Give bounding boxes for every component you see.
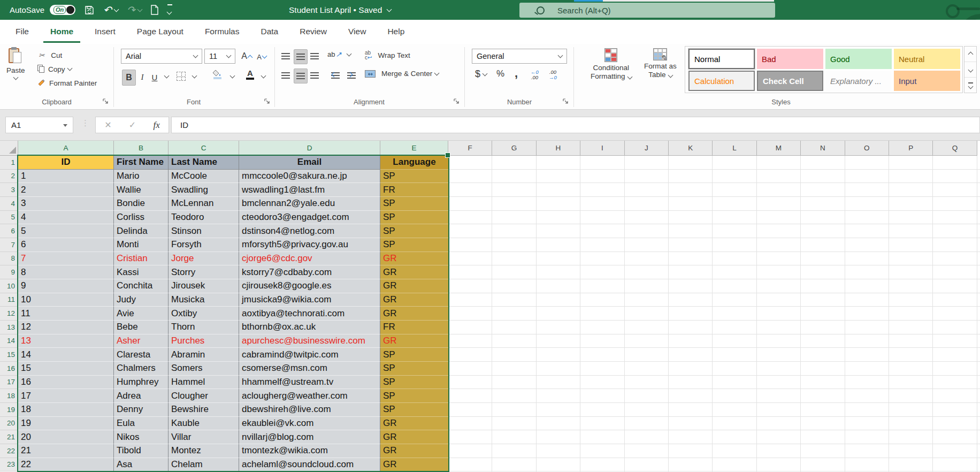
cell-E13[interactable]: FR bbox=[380, 321, 448, 334]
cell-B2[interactable]: Mario bbox=[114, 170, 169, 184]
number-format-combo[interactable]: General bbox=[472, 49, 567, 64]
cell-C10[interactable]: Jirousek bbox=[169, 279, 239, 293]
row-header-6[interactable]: 6 bbox=[0, 224, 18, 238]
fill-color-button[interactable] bbox=[213, 70, 221, 79]
row-header-14[interactable]: 14 bbox=[0, 334, 18, 348]
number-dialog-launcher[interactable] bbox=[563, 98, 570, 105]
font-family-dropdown-icon[interactable] bbox=[193, 53, 198, 58]
cell-B18[interactable]: Adrea bbox=[114, 389, 169, 403]
cell-C16[interactable]: Somers bbox=[169, 362, 239, 376]
cell-C15[interactable]: Abramin bbox=[169, 348, 239, 362]
cell-B3[interactable]: Wallie bbox=[114, 183, 169, 197]
tab-formulas[interactable]: Formulas bbox=[198, 21, 247, 43]
tab-view[interactable]: View bbox=[341, 21, 373, 43]
cell-D11[interactable]: jmusicka9@wikia.com bbox=[239, 293, 380, 307]
cell-B10[interactable]: Conchita bbox=[114, 279, 169, 293]
row-header-9[interactable]: 9 bbox=[0, 265, 18, 279]
column-header-K[interactable]: K bbox=[669, 141, 713, 156]
borders-dropdown-icon[interactable] bbox=[192, 73, 197, 79]
font-color-button[interactable]: A bbox=[246, 70, 254, 80]
tab-file[interactable]: File bbox=[9, 21, 36, 43]
tab-review[interactable]: Review bbox=[293, 21, 334, 43]
name-box[interactable]: A1 bbox=[5, 117, 73, 133]
cell-C9[interactable]: Storry bbox=[169, 265, 239, 279]
cell-D10[interactable]: cjirousek8@google.es bbox=[239, 279, 380, 293]
cell-E23[interactable]: GR bbox=[380, 458, 448, 472]
cell-C3[interactable]: Swadling bbox=[169, 183, 239, 197]
row-header-1[interactable]: 1 bbox=[0, 156, 18, 170]
cell-A7[interactable]: 6 bbox=[18, 238, 114, 252]
cell-D17[interactable]: hhammelf@ustream.tv bbox=[239, 376, 380, 390]
fill-color-dropdown-icon[interactable] bbox=[230, 73, 235, 79]
undo-button[interactable]: ↶ bbox=[103, 5, 118, 15]
cell-C20[interactable]: Kauble bbox=[169, 417, 239, 431]
paste-button[interactable]: Paste bbox=[6, 47, 25, 79]
paste-dropdown-icon[interactable] bbox=[13, 75, 18, 80]
cell-B20[interactable]: Eula bbox=[114, 417, 169, 431]
row-header-23[interactable]: 23 bbox=[0, 458, 18, 472]
decrease-decimal-button[interactable]: .00→0 bbox=[549, 70, 557, 80]
cell-E15[interactable]: SP bbox=[380, 348, 448, 362]
cell-A9[interactable]: 8 bbox=[18, 265, 114, 279]
column-header-F[interactable]: F bbox=[448, 141, 492, 156]
currency-button[interactable]: $ bbox=[475, 68, 487, 80]
new-document-button[interactable] bbox=[150, 5, 159, 15]
cell-B13[interactable]: Bebe bbox=[114, 321, 169, 334]
redo-dropdown-icon[interactable] bbox=[137, 6, 142, 12]
column-header-M[interactable]: M bbox=[757, 141, 801, 156]
cell-A10[interactable]: 9 bbox=[18, 279, 114, 293]
cell-A17[interactable]: 16 bbox=[18, 376, 114, 390]
row-header-17[interactable]: 17 bbox=[0, 376, 18, 390]
cell-A20[interactable]: 19 bbox=[18, 417, 114, 431]
cell-C5[interactable]: Teodoro bbox=[169, 211, 239, 225]
row-header-22[interactable]: 22 bbox=[0, 444, 18, 458]
number-format-dropdown-icon[interactable] bbox=[558, 53, 563, 58]
cell-D8[interactable]: cjorge6@cdc.gov bbox=[239, 252, 380, 266]
cell-D12[interactable]: aoxtibya@technorati.com bbox=[239, 307, 380, 321]
cell-A6[interactable]: 5 bbox=[18, 224, 114, 238]
cell-A21[interactable]: 20 bbox=[18, 430, 114, 444]
style-check-cell[interactable]: Check Cell bbox=[757, 71, 823, 91]
cell-A14[interactable]: 13 bbox=[18, 334, 114, 348]
borders-button[interactable] bbox=[177, 72, 186, 81]
cell-D13[interactable]: bthornb@ox.ac.uk bbox=[239, 321, 380, 334]
cell-C8[interactable]: Jorge bbox=[169, 252, 239, 266]
cell-B15[interactable]: Claresta bbox=[114, 348, 169, 362]
row-header-5[interactable]: 5 bbox=[0, 211, 18, 225]
cell-E10[interactable]: GR bbox=[380, 279, 448, 293]
align-bottom-button[interactable] bbox=[308, 49, 321, 63]
cell-D19[interactable]: dbewshireh@live.com bbox=[239, 403, 380, 417]
row-header-7[interactable]: 7 bbox=[0, 238, 18, 252]
customize-qat-button[interactable] bbox=[167, 4, 172, 16]
style-calculation[interactable]: Calculation bbox=[688, 71, 755, 91]
row-header-10[interactable]: 10 bbox=[0, 279, 18, 293]
cell-C17[interactable]: Hammel bbox=[169, 376, 239, 390]
merge-center-button[interactable]: ↔ Merge & Center bbox=[365, 70, 439, 78]
increase-font-button[interactable]: A bbox=[240, 49, 254, 64]
tab-help[interactable]: Help bbox=[380, 21, 411, 43]
cell-E12[interactable]: GR bbox=[380, 307, 448, 321]
column-header-I[interactable]: I bbox=[580, 141, 624, 156]
cancel-button[interactable]: ✕ bbox=[104, 120, 111, 130]
insert-function-button[interactable]: fx bbox=[154, 120, 160, 131]
cell-D7[interactable]: mforsyth5@privacy.gov.au bbox=[239, 238, 380, 252]
cell-C2[interactable]: McCoole bbox=[169, 170, 239, 184]
align-top-button[interactable] bbox=[279, 49, 292, 63]
style-input[interactable]: Input bbox=[894, 71, 960, 91]
column-header-O[interactable]: O bbox=[845, 141, 889, 156]
cell-C6[interactable]: Stinson bbox=[169, 224, 239, 238]
cell-E18[interactable]: SP bbox=[380, 389, 448, 403]
cell-A2[interactable]: 1 bbox=[18, 170, 114, 184]
row-header-13[interactable]: 13 bbox=[0, 321, 18, 334]
cell-A3[interactable]: 2 bbox=[18, 183, 114, 197]
cell-E22[interactable]: GR bbox=[380, 444, 448, 458]
cell-E17[interactable]: SP bbox=[380, 376, 448, 390]
enter-button[interactable]: ✓ bbox=[129, 120, 136, 130]
row-header-19[interactable]: 19 bbox=[0, 403, 18, 417]
cell-E19[interactable]: SP bbox=[380, 403, 448, 417]
underline-button[interactable]: U bbox=[149, 70, 160, 85]
cell-D5[interactable]: cteodoro3@engadget.com bbox=[239, 211, 380, 225]
tab-insert[interactable]: Insert bbox=[88, 21, 122, 43]
cell-D9[interactable]: kstorry7@cdbaby.com bbox=[239, 265, 380, 279]
cell-E21[interactable]: GR bbox=[380, 430, 448, 444]
